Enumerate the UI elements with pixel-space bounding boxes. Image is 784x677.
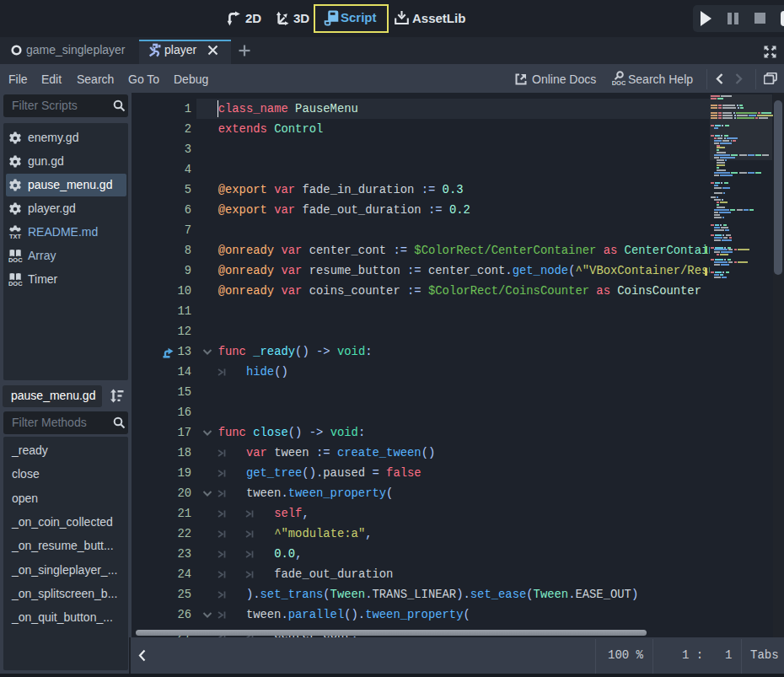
svg-text:DOC: DOC <box>612 79 626 86</box>
